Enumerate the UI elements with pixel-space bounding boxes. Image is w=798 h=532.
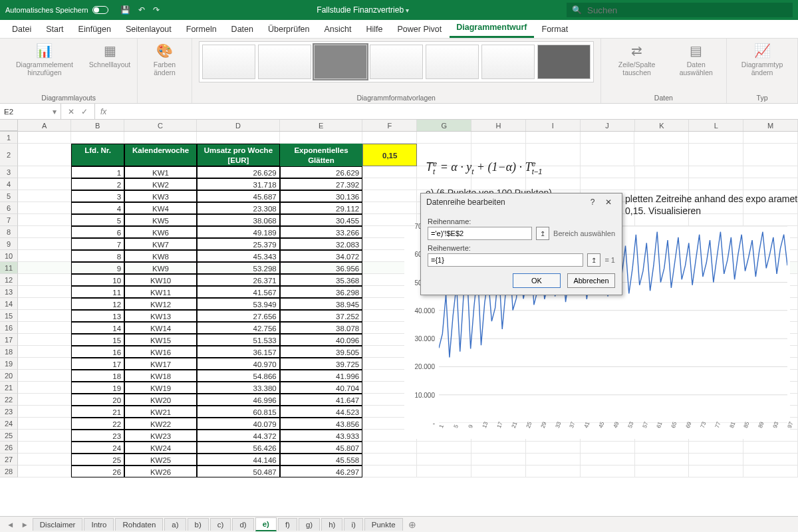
column-header[interactable]: F [362,120,417,131]
change-colors-button[interactable]: 🎨 Farben ändern [144,41,184,76]
cell[interactable] [18,430,71,442]
cell[interactable] [634,132,689,144]
column-header[interactable]: B [71,120,124,131]
cell[interactable] [689,144,743,166]
row-header[interactable]: 28 [0,466,18,477]
table-cell[interactable]: 23.308 [197,202,280,214]
row-header[interactable]: 21 [0,382,18,394]
cell[interactable] [743,166,798,178]
table-cell[interactable]: KW5 [124,214,197,226]
cell[interactable] [581,442,635,454]
dialog-close-button[interactable]: ✕ [600,198,616,207]
table-cell[interactable]: 44.523 [280,406,363,418]
table-cell[interactable]: 19 [71,382,124,394]
cell[interactable] [634,144,689,166]
cell[interactable] [18,310,71,322]
cell[interactable] [18,132,71,144]
cell[interactable] [197,132,280,144]
row-header[interactable]: 18 [0,346,18,358]
sheet-tab[interactable]: Disclaimer [33,518,83,531]
ok-button[interactable]: OK [513,273,561,288]
table-cell[interactable]: KW21 [124,406,197,418]
cell[interactable] [635,166,690,178]
row-header[interactable]: 14 [0,298,18,310]
table-cell[interactable]: KW12 [124,298,197,310]
table-cell[interactable]: 43.933 [280,430,363,442]
cell[interactable] [362,178,417,190]
row-header[interactable]: 12 [0,274,18,286]
cell[interactable] [581,144,635,166]
table-cell[interactable]: KW9 [124,262,197,274]
cell[interactable] [635,466,690,477]
table-cell[interactable]: 36.298 [280,286,363,298]
cell[interactable] [471,454,526,466]
column-header[interactable]: A [18,120,71,131]
cell[interactable] [581,466,635,477]
range-picker-button[interactable]: ↥ [587,253,600,267]
table-cell[interactable]: 12 [71,298,124,310]
table-cell[interactable]: KW16 [124,346,197,358]
table-cell[interactable]: 11 [71,286,124,298]
cell[interactable] [18,466,71,477]
table-cell[interactable]: 38.068 [197,214,280,226]
table-cell[interactable]: 45.558 [280,454,363,466]
sheet-tab[interactable]: i) [344,518,362,531]
cell[interactable] [743,442,798,454]
select-data-button[interactable]: ▤ Daten auswählen [673,41,720,76]
ribbon-tab-hilfe[interactable]: Hilfe [360,21,390,38]
cell[interactable] [581,178,635,190]
cell[interactable] [362,132,417,144]
table-cell[interactable]: 8 [71,250,124,262]
table-cell[interactable]: 40.970 [197,358,280,370]
table-cell[interactable]: 24 [71,442,124,454]
cell[interactable] [689,166,743,178]
table-cell[interactable]: 53.298 [197,262,280,274]
ribbon-tab-power pivot[interactable]: Power Pivot [391,21,449,38]
style-thumb[interactable] [370,45,423,79]
table-cell[interactable]: 44.146 [197,454,280,466]
ribbon-tab-start[interactable]: Start [39,21,70,38]
cell[interactable] [581,132,635,144]
sheet-nav-next[interactable]: ► [18,521,31,529]
table-cell[interactable]: 3 [71,190,124,202]
table-cell[interactable]: 30.136 [280,190,363,202]
cell[interactable] [689,132,743,144]
table-cell[interactable]: 17 [71,358,124,370]
table-cell[interactable]: 6 [71,226,124,238]
table-cell[interactable]: 26.629 [280,166,363,178]
table-cell[interactable]: 43.856 [280,418,363,430]
table-cell[interactable]: KW8 [124,250,197,262]
row-header[interactable]: 26 [0,442,18,454]
cell[interactable] [18,346,71,358]
cell[interactable] [689,466,743,477]
cell[interactable] [362,214,417,226]
cell[interactable] [526,442,581,454]
accept-formula-icon[interactable]: ✓ [81,107,88,116]
table-cell[interactable]: KW25 [124,454,197,466]
table-cell[interactable]: 39.725 [280,358,363,370]
cell[interactable] [18,418,71,430]
cell[interactable] [18,322,71,334]
table-cell[interactable]: KW13 [124,310,197,322]
column-header[interactable]: K [635,120,690,131]
add-chart-element-button[interactable]: 📊 Diagrammelement hinzufügen [7,41,82,76]
cell[interactable] [18,298,71,310]
search-input[interactable] [587,5,787,15]
table-cell[interactable]: 27.656 [197,310,280,322]
ribbon-tab-überprüfen[interactable]: Überprüfen [261,21,317,38]
column-header[interactable]: H [471,120,526,131]
row-header[interactable]: 22 [0,394,18,406]
table-cell[interactable]: 37.252 [280,310,363,322]
table-cell[interactable]: KW11 [124,286,197,298]
row-header[interactable]: 2 [0,144,18,166]
cell[interactable] [18,442,71,454]
spreadsheet-grid[interactable]: ABCDEFGHIJKLM 12Lfd. Nr.KalenderwocheUms… [0,120,798,516]
alpha-cell[interactable]: 0,15 [362,144,417,166]
quick-layout-button[interactable]: ▦ Schnelllayout [89,41,130,69]
column-header[interactable]: M [743,120,798,131]
switch-row-col-button[interactable]: ⇄ Zeile/Spalte tauschen [608,41,666,76]
row-header[interactable]: 3 [0,166,18,178]
cell[interactable] [124,132,197,144]
cell[interactable] [18,382,71,394]
table-cell[interactable]: 29.112 [280,202,363,214]
